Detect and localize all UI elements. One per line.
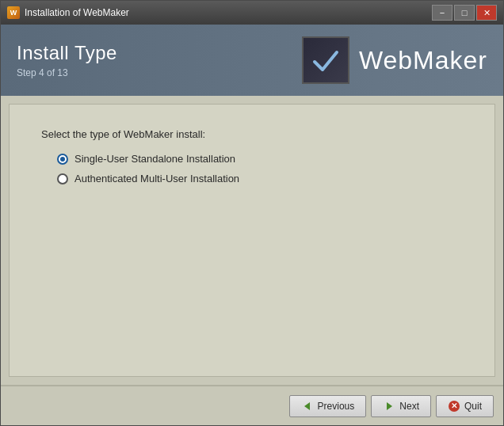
install-type-options: Single-User Standalone Installation Auth… xyxy=(41,153,463,184)
previous-label: Previous xyxy=(318,401,355,412)
previous-icon xyxy=(301,400,314,413)
multi-user-radio[interactable] xyxy=(57,173,68,184)
checkmark-icon xyxy=(310,44,342,76)
minimize-button[interactable]: − xyxy=(432,5,452,21)
left-arrow-icon xyxy=(304,402,310,410)
content-area: Select the type of WebMaker install: Sin… xyxy=(1,96,503,385)
maximize-button[interactable]: □ xyxy=(454,5,475,21)
quit-icon-wrapper: ✕ xyxy=(448,400,460,413)
logo-icon-box xyxy=(302,36,349,84)
quit-circle-icon: ✕ xyxy=(449,401,460,412)
content-panel: Select the type of WebMaker install: Sin… xyxy=(9,104,495,377)
page-title: Install Type xyxy=(17,42,117,64)
next-icon xyxy=(383,400,395,413)
single-user-option[interactable]: Single-User Standalone Installation xyxy=(57,153,463,165)
previous-button[interactable]: Previous xyxy=(289,395,367,417)
step-indicator: Step 4 of 13 xyxy=(17,67,117,78)
footer: Previous Next ✕ Quit xyxy=(1,386,503,425)
window-title: Installation of WebMaker xyxy=(25,7,129,18)
title-bar-left: W Installation of WebMaker xyxy=(7,6,129,19)
main-window: W Installation of WebMaker − □ ✕ Install… xyxy=(0,0,504,426)
logo-text: WebMaker xyxy=(359,46,487,75)
next-button[interactable]: Next xyxy=(371,395,431,417)
single-user-label: Single-User Standalone Installation xyxy=(74,153,235,165)
multi-user-label: Authenticated Multi-User Installation xyxy=(74,173,239,184)
close-button[interactable]: ✕ xyxy=(476,5,497,21)
header: Install Type Step 4 of 13 WebMaker xyxy=(1,25,503,96)
next-label: Next xyxy=(399,401,419,412)
header-logo: WebMaker xyxy=(302,36,487,84)
quit-button[interactable]: ✕ Quit xyxy=(436,395,494,417)
quit-label: Quit xyxy=(464,401,482,412)
right-arrow-icon xyxy=(387,402,392,410)
single-user-radio[interactable] xyxy=(57,154,68,165)
title-bar: W Installation of WebMaker − □ ✕ xyxy=(1,1,503,25)
title-controls: − □ ✕ xyxy=(432,5,497,21)
header-left: Install Type Step 4 of 13 xyxy=(17,42,117,78)
multi-user-option[interactable]: Authenticated Multi-User Installation xyxy=(57,173,463,184)
instruction-label: Select the type of WebMaker install: xyxy=(41,128,463,140)
app-icon: W xyxy=(7,6,20,19)
